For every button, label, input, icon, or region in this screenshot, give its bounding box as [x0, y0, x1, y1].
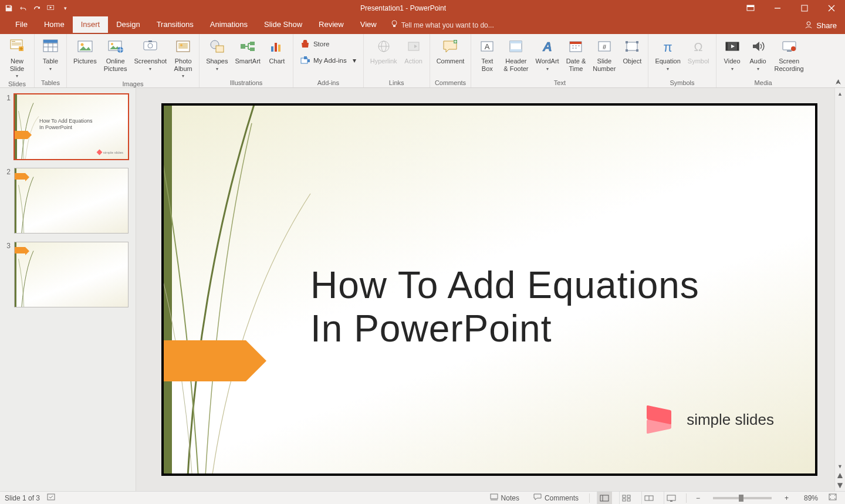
- tab-animations[interactable]: Animations: [202, 16, 256, 33]
- close-icon[interactable]: [818, 0, 845, 16]
- svg-point-12: [80, 43, 83, 46]
- qat-customize-icon[interactable]: ▾: [61, 4, 69, 12]
- maximize-icon[interactable]: [791, 0, 818, 16]
- svg-rect-49: [636, 41, 638, 43]
- scroll-up-icon[interactable]: ▲: [837, 89, 843, 99]
- pictures-button[interactable]: Pictures: [70, 35, 100, 65]
- online-pictures-label: Online Pictures: [104, 57, 127, 72]
- next-slide-icon[interactable]: ⯆: [837, 481, 843, 490]
- scroll-down-icon[interactable]: ▼: [837, 462, 843, 471]
- slide-brand-logo: simple slides: [644, 407, 774, 432]
- tab-review[interactable]: Review: [310, 16, 352, 33]
- thumb-number: 2: [4, 168, 11, 234]
- save-icon[interactable]: [5, 4, 13, 12]
- object-button[interactable]: Object: [620, 35, 644, 65]
- svg-rect-70: [667, 495, 675, 500]
- slide-thumbnail-3[interactable]: [14, 242, 129, 307]
- zoom-percentage[interactable]: 89%: [798, 494, 818, 502]
- tab-file[interactable]: File: [7, 16, 36, 32]
- tab-home[interactable]: Home: [36, 16, 73, 33]
- header-footer-icon: [506, 37, 525, 56]
- date-time-button[interactable]: Date & Time: [563, 35, 589, 72]
- audio-button[interactable]: Audio▾: [746, 35, 770, 72]
- svg-rect-63: [600, 495, 609, 501]
- fit-to-window-button[interactable]: [825, 493, 840, 502]
- group-label-slides: Slides: [4, 79, 31, 89]
- slide-sorter-view-button[interactable]: [619, 492, 634, 505]
- shapes-button[interactable]: Shapes▾: [203, 35, 231, 72]
- online-pictures-button[interactable]: Online Pictures: [101, 35, 130, 72]
- svg-rect-61: [491, 494, 498, 499]
- header-footer-button[interactable]: Header & Footer: [501, 35, 531, 72]
- minimize-icon[interactable]: [764, 0, 791, 16]
- my-addins-button[interactable]: My Add-ins ▾: [297, 54, 360, 67]
- ribbon-group-comments: Comment Comments: [430, 34, 472, 87]
- tab-view[interactable]: View: [352, 16, 385, 33]
- svg-rect-10: [43, 40, 58, 43]
- chart-button[interactable]: Chart: [265, 35, 289, 65]
- equation-button[interactable]: π Equation▾: [652, 35, 683, 72]
- text-box-button[interactable]: A Text Box: [475, 35, 499, 72]
- new-slide-icon: [8, 37, 26, 56]
- slideshow-view-button[interactable]: [664, 492, 679, 505]
- tell-me-search[interactable]: Tell me what you want to do...: [385, 16, 500, 33]
- slide-number-label: Slide Number: [593, 57, 616, 72]
- svg-rect-16: [144, 42, 157, 50]
- shapes-label: Shapes: [206, 57, 228, 65]
- video-button[interactable]: Video▾: [720, 35, 745, 72]
- share-label: Share: [816, 21, 837, 30]
- tell-me-placeholder: Tell me what you want to do...: [401, 21, 494, 29]
- tab-insert[interactable]: Insert: [73, 16, 109, 33]
- ribbon-display-options-icon[interactable]: [737, 0, 764, 16]
- svg-rect-25: [250, 42, 255, 45]
- svg-rect-4: [802, 5, 807, 11]
- notes-button[interactable]: Notes: [486, 492, 523, 505]
- new-slide-button[interactable]: New Slide▾: [4, 35, 31, 79]
- slide-number-button[interactable]: # Slide Number: [590, 35, 618, 72]
- prev-slide-icon[interactable]: ⯅: [837, 471, 843, 481]
- comment-button[interactable]: Comment: [434, 35, 468, 65]
- screenshot-button[interactable]: Screenshot▾: [131, 35, 170, 72]
- object-label: Object: [623, 57, 642, 65]
- photo-album-icon: [174, 37, 192, 56]
- redo-icon[interactable]: [33, 4, 41, 12]
- collapse-ribbon-icon[interactable]: ⮝: [836, 79, 841, 85]
- svg-rect-2: [747, 5, 754, 7]
- svg-rect-66: [627, 495, 630, 498]
- video-label: Video: [724, 57, 741, 65]
- tab-design[interactable]: Design: [108, 16, 148, 33]
- undo-icon[interactable]: [19, 4, 27, 12]
- comments-button[interactable]: Comments: [530, 492, 582, 505]
- zoom-out-button[interactable]: −: [694, 494, 702, 502]
- wordart-icon: A: [538, 37, 557, 56]
- zoom-in-button[interactable]: +: [782, 494, 791, 502]
- smartart-button[interactable]: SmartArt: [232, 35, 263, 65]
- notes-icon: [490, 493, 498, 502]
- share-icon: [805, 21, 813, 31]
- text-box-label: Text Box: [481, 57, 493, 72]
- start-slideshow-icon[interactable]: [47, 4, 55, 12]
- spellcheck-icon[interactable]: [47, 493, 56, 503]
- zoom-slider[interactable]: [713, 497, 772, 499]
- reading-view-button[interactable]: [641, 492, 657, 505]
- tab-transitions[interactable]: Transitions: [148, 16, 202, 33]
- tab-slideshow[interactable]: Slide Show: [256, 16, 310, 33]
- table-button[interactable]: Table▾: [38, 35, 63, 72]
- wordart-button[interactable]: A WordArt▾: [533, 35, 562, 72]
- svg-text:A: A: [485, 42, 490, 51]
- normal-view-button[interactable]: [597, 492, 612, 505]
- vertical-scrollbar[interactable]: ▲ ▼ ⯅ ⯆: [834, 88, 845, 491]
- header-footer-label: Header & Footer: [503, 57, 528, 72]
- svg-text:A: A: [542, 39, 552, 54]
- slide-thumbnail-1[interactable]: How To Add Equations In PowerPoint simpl…: [14, 94, 129, 160]
- date-time-label: Date & Time: [566, 57, 586, 72]
- slide-thumbnail-2[interactable]: [14, 168, 129, 234]
- screen-recording-button[interactable]: Screen Recording: [772, 35, 807, 72]
- slide-title-text[interactable]: How To Add EquationsIn PowerPoint: [310, 264, 699, 350]
- store-button[interactable]: Store: [297, 38, 360, 50]
- svg-rect-58: [787, 50, 792, 52]
- group-label-illustrations: Illustrations: [203, 77, 289, 87]
- photo-album-button[interactable]: Photo Album▾: [171, 35, 195, 79]
- share-button[interactable]: Share: [796, 16, 845, 34]
- slide-canvas[interactable]: How To Add EquationsIn PowerPoint simple…: [161, 103, 817, 476]
